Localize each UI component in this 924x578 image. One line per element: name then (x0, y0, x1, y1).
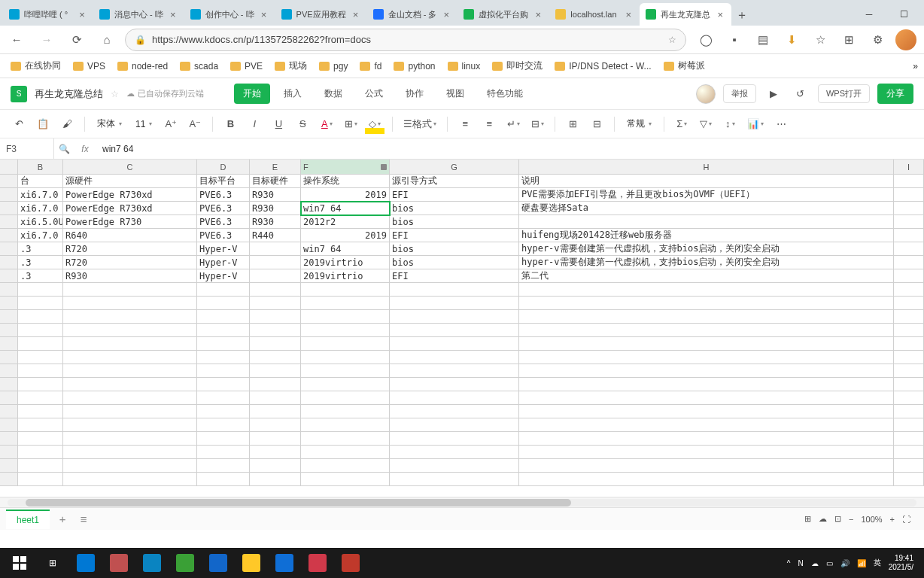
taskbar-app[interactable] (169, 548, 202, 578)
cell[interactable] (519, 405, 894, 418)
cell[interactable] (301, 459, 390, 473)
maximize-button[interactable]: ☐ (886, 3, 921, 26)
cell[interactable] (301, 446, 390, 459)
extension-icon-2[interactable]: ▤ (752, 29, 774, 50)
cell[interactable] (894, 364, 924, 378)
row-header[interactable] (0, 269, 18, 283)
cell[interactable] (63, 391, 197, 405)
taskbar-app[interactable] (301, 548, 334, 578)
cell[interactable] (18, 324, 63, 337)
cell[interactable]: bios (390, 256, 519, 269)
cell[interactable] (894, 283, 924, 297)
number-format-select[interactable]: 常规 (622, 117, 656, 130)
bookmark-item[interactable]: VPS (68, 58, 110, 75)
cell[interactable] (18, 418, 63, 432)
cell[interactable]: R720 (63, 256, 197, 269)
cell[interactable] (197, 459, 250, 473)
format-painter-button[interactable]: 🖌 (57, 114, 77, 134)
sheet-menu-button[interactable]: ≡ (75, 511, 92, 528)
cell[interactable]: xi6.7.0 (18, 188, 63, 202)
cell[interactable] (250, 459, 301, 473)
name-box[interactable]: F3 (0, 138, 54, 159)
row-header[interactable] (0, 446, 18, 459)
cell[interactable] (390, 405, 519, 418)
cell[interactable]: 2019 (301, 229, 390, 242)
fx-icon[interactable]: fx (74, 144, 96, 154)
column-header[interactable]: G (390, 160, 519, 175)
bookmark-item[interactable]: python (389, 58, 439, 75)
cell[interactable] (519, 446, 894, 459)
cell[interactable] (894, 446, 924, 459)
cell[interactable] (63, 432, 197, 446)
browser-tab[interactable]: 创作中心 - 哔× (184, 3, 275, 26)
row-header[interactable] (0, 473, 18, 486)
cell[interactable] (197, 364, 250, 378)
cell[interactable] (301, 364, 390, 378)
cell[interactable] (197, 351, 250, 364)
cell[interactable]: PVE需要添加EFI引导盘，并且更改bios为OVMF（UEFI） (519, 188, 894, 202)
cell[interactable] (894, 418, 924, 432)
share-button[interactable]: 分享 (877, 84, 913, 104)
cell[interactable]: R440 (250, 229, 301, 242)
row-header[interactable] (0, 310, 18, 324)
close-icon[interactable]: × (77, 9, 87, 20)
font-increase-button[interactable]: A⁺ (161, 114, 181, 134)
cell[interactable] (519, 297, 894, 310)
fullscreen-button[interactable]: ⛶ (902, 515, 910, 524)
cell[interactable] (250, 269, 301, 283)
tray-wifi-icon[interactable]: 📶 (857, 559, 866, 567)
cell[interactable] (894, 256, 924, 269)
cell[interactable] (63, 337, 197, 351)
column-header[interactable]: F (301, 160, 390, 175)
cell[interactable] (301, 391, 390, 405)
cell[interactable]: EFI (390, 229, 519, 242)
taskbar-app[interactable] (334, 548, 367, 578)
cell[interactable]: bios (390, 202, 519, 215)
taskbar-app[interactable] (235, 548, 268, 578)
bookmark-item[interactable]: fd (355, 58, 386, 75)
cell[interactable]: win7 64 (301, 242, 390, 256)
bookmark-item[interactable]: 在线协同 (6, 56, 65, 75)
cell[interactable] (390, 473, 519, 486)
wps-open-button[interactable]: WPS打开 (818, 84, 870, 103)
font-name-select[interactable]: 宋体 (93, 117, 126, 130)
cell[interactable]: R930 (250, 188, 301, 202)
cell[interactable] (197, 405, 250, 418)
cell[interactable] (390, 364, 519, 378)
browser-tab[interactable]: 虚拟化平台购× (457, 3, 549, 26)
cell[interactable] (390, 297, 519, 310)
cell[interactable]: 台 (18, 175, 63, 188)
row-header[interactable] (0, 242, 18, 256)
cell[interactable] (894, 188, 924, 202)
cell[interactable]: EFI (390, 188, 519, 202)
formula-input[interactable]: win7 64 (96, 144, 924, 154)
cell[interactable] (894, 473, 924, 486)
cell[interactable] (301, 351, 390, 364)
cell[interactable] (18, 432, 63, 446)
cell[interactable] (18, 364, 63, 378)
cell[interactable] (63, 473, 197, 486)
menu-tab[interactable]: 开始 (234, 84, 270, 104)
column-header[interactable]: D (197, 160, 250, 175)
cell[interactable] (894, 432, 924, 446)
cell[interactable] (250, 418, 301, 432)
cell[interactable] (301, 297, 390, 310)
row-header[interactable] (0, 378, 18, 391)
cell[interactable] (894, 229, 924, 242)
cell[interactable] (18, 446, 63, 459)
sum-button[interactable]: Σ (672, 114, 691, 134)
browser-tab[interactable]: localhost.lan× (549, 3, 640, 26)
font-color-button[interactable]: A (317, 114, 336, 134)
bookmark-item[interactable]: node-red (113, 58, 172, 75)
cell[interactable] (250, 310, 301, 324)
cell[interactable] (197, 310, 250, 324)
cell[interactable]: 硬盘要选择Sata (519, 202, 894, 215)
cell[interactable] (63, 405, 197, 418)
insert-row-button[interactable]: ⊞ (563, 114, 582, 134)
add-sheet-button[interactable]: + (54, 511, 71, 528)
cell[interactable] (18, 310, 63, 324)
cell[interactable] (519, 391, 894, 405)
collections-icon[interactable]: ⊞ (838, 29, 859, 50)
home-button[interactable]: ⌂ (95, 28, 119, 52)
cell[interactable] (301, 405, 390, 418)
